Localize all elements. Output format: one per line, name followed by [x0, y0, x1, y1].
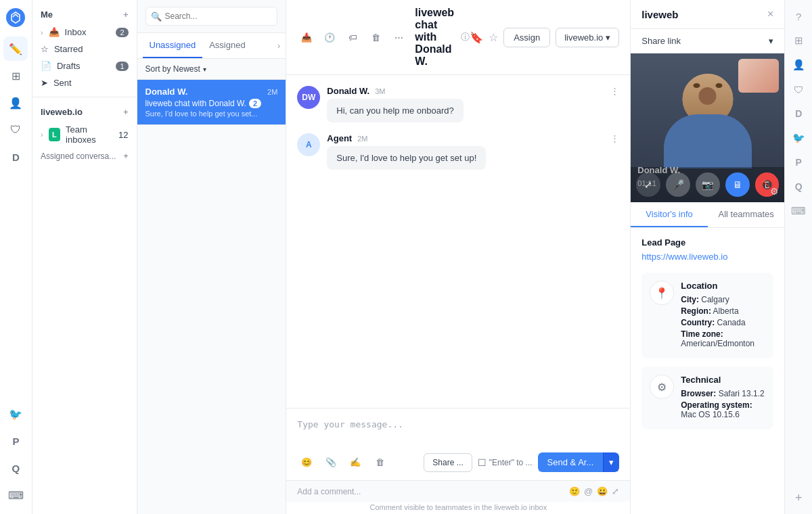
- comment-mention-icon[interactable]: @: [584, 486, 593, 496]
- comment-bar: 🙂 @ 😀 ⤢: [286, 480, 630, 502]
- inbox-selector-label: liveweb.io: [564, 32, 603, 43]
- clock-header-icon[interactable]: 🕐: [320, 28, 339, 47]
- right-rail-bird-icon[interactable]: 🐦: [788, 127, 809, 149]
- right-rail-d-icon[interactable]: D: [788, 103, 809, 124]
- team-inboxes-badge: 12: [118, 130, 128, 140]
- right-rail-shield-icon[interactable]: 🛡: [788, 78, 809, 100]
- chat-info-icon[interactable]: ⓘ: [461, 31, 470, 43]
- right-panel-header: liveweb ×: [631, 0, 784, 29]
- label-header-icon[interactable]: 🏷: [343, 28, 362, 47]
- message-row: DW Donald W. 3M ⋮ Hi, can you help me on…: [297, 86, 619, 122]
- attachment-icon[interactable]: 📎: [321, 453, 340, 472]
- nav-person-icon[interactable]: 👤: [3, 91, 28, 115]
- trash-input-icon[interactable]: 🗑: [370, 453, 389, 472]
- right-rail-plus-icon[interactable]: +: [788, 487, 809, 509]
- trash-header-icon[interactable]: 🗑: [366, 28, 385, 47]
- conv-tabs: Unassigned Assigned ›: [137, 33, 286, 59]
- nav-letter-d-icon[interactable]: D: [3, 145, 28, 169]
- comment-reaction-icon[interactable]: 😀: [597, 486, 608, 496]
- nav-bird-icon[interactable]: 🐦: [3, 402, 28, 426]
- nav-shield-icon[interactable]: 🛡: [3, 118, 28, 142]
- sidebar-item-inbox[interactable]: › 📥 Inbox 2: [32, 24, 137, 41]
- inbox-header-icon[interactable]: 📥: [297, 28, 316, 47]
- video-screen-btn[interactable]: 🖥: [725, 172, 750, 197]
- video-expand-btn[interactable]: ⤢: [636, 172, 660, 197]
- chevron-right-icon: ›: [41, 28, 43, 37]
- assigned-convos-label: Assigned conversa...: [41, 151, 116, 161]
- video-settings-icon[interactable]: ⚙: [770, 186, 779, 197]
- assign-button[interactable]: Assign: [503, 28, 550, 47]
- tab-assigned[interactable]: Assigned: [202, 33, 252, 58]
- send-icon: ➤: [41, 78, 48, 88]
- nav-edit-icon[interactable]: ✏️: [3, 37, 28, 61]
- sidebar-me-section: Me +: [32, 5, 137, 24]
- inbox-selector-button[interactable]: liveweb.io ▾: [556, 28, 619, 47]
- share-link-row[interactable]: Share link ▾: [631, 29, 784, 53]
- more-header-icon[interactable]: ⋯: [389, 28, 408, 47]
- sender-avatar: DW: [297, 86, 320, 109]
- tab-visitor-info[interactable]: Visitor's info: [631, 202, 708, 227]
- right-panel-close-icon[interactable]: ×: [767, 8, 773, 20]
- chat-area: 📥 🕐 🏷 🗑 ⋯ liveweb chat with Donald W. ⓘ …: [286, 0, 630, 514]
- chat-messages: DW Donald W. 3M ⋮ Hi, can you help me on…: [286, 75, 630, 408]
- chat-input-area: 😊 📎 ✍ 🗑 Share ... ☐ "Enter" to ... Send …: [286, 408, 630, 480]
- right-rail-p-icon[interactable]: P: [788, 151, 809, 173]
- comment-emoji-icon[interactable]: 🙂: [569, 486, 580, 496]
- sidebar-item-assigned-convos[interactable]: Assigned conversa... +: [32, 148, 137, 164]
- sort-dropdown[interactable]: Sort by Newest ▾: [137, 59, 286, 80]
- right-icon-rail: ? ⊞ 👤 🛡 D 🐦 P Q ⌨ +: [784, 0, 812, 514]
- tab-all-teammates[interactable]: All teammates: [708, 202, 785, 227]
- comment-input[interactable]: [297, 487, 564, 496]
- starred-label: Starred: [54, 44, 83, 54]
- right-rail-person-icon[interactable]: 👤: [788, 54, 809, 76]
- inbox-badge: 2: [116, 28, 128, 37]
- search-input[interactable]: [145, 7, 278, 26]
- video-mic-btn[interactable]: 🎤: [666, 172, 690, 197]
- sidebar-add-me-icon[interactable]: +: [123, 9, 129, 20]
- sidebar-item-sent[interactable]: ➤ Sent: [32, 74, 137, 91]
- sidebar-add-liveweb-icon[interactable]: +: [123, 107, 129, 117]
- star-header-icon[interactable]: ☆: [489, 31, 498, 44]
- conv-tab-arrow-icon[interactable]: ›: [277, 41, 280, 51]
- region-row: Region: Alberta: [681, 306, 765, 316]
- conv-sender-name: Donald W.: [145, 87, 188, 97]
- right-rail-question-icon[interactable]: ?: [788, 5, 809, 27]
- right-rail-q-icon[interactable]: Q: [788, 176, 809, 197]
- add-assigned-icon[interactable]: +: [123, 151, 128, 161]
- agent-msg-menu-icon[interactable]: ⋮: [610, 133, 619, 143]
- send-button[interactable]: Send & Ar...: [538, 452, 604, 472]
- right-rail-keyboard-icon[interactable]: ⌨: [788, 200, 809, 222]
- share-button[interactable]: Share ...: [424, 453, 472, 472]
- location-section: 📍 Location City: Calgary Region: Alberta…: [641, 273, 773, 358]
- sidebar-item-starred[interactable]: ☆ Starred: [32, 41, 137, 57]
- bookmark-header-icon[interactable]: 🔖: [470, 31, 483, 44]
- checkbox-icon[interactable]: ☐: [478, 457, 487, 468]
- visitor-tabs: Visitor's info All teammates: [631, 202, 784, 228]
- sort-label: Sort by Newest: [145, 64, 200, 74]
- sidebar-divider: [32, 97, 137, 97]
- lead-page-url[interactable]: https://www.liveweb.io: [641, 252, 727, 262]
- location-icon: 📍: [650, 281, 674, 305]
- conversation-list: 🔍 Unassigned Assigned › Sort by Newest ▾…: [137, 0, 287, 514]
- technical-section: ⚙ Technical Browser: Safari 13.1.2 Opera…: [641, 367, 773, 429]
- enter-to-send: ☐ "Enter" to ...: [478, 457, 533, 468]
- sidebar-item-drafts[interactable]: 📄 Drafts 1: [32, 57, 137, 74]
- comment-expand-icon[interactable]: ⤢: [612, 486, 619, 496]
- app-logo[interactable]: [5, 7, 26, 28]
- nav-keyboard-icon[interactable]: ⌨: [3, 483, 28, 507]
- signature-icon[interactable]: ✍: [346, 453, 365, 472]
- conversation-item[interactable]: Donald W. 2M liveweb chat with Donald W.…: [137, 80, 286, 125]
- right-rail-grid-icon[interactable]: ⊞: [788, 30, 809, 51]
- emoji-icon[interactable]: 😊: [297, 453, 316, 472]
- sidebar: Me + › 📥 Inbox 2 ☆ Starred 📄 Drafts 1 ➤ …: [32, 0, 137, 514]
- chat-message-input[interactable]: [297, 417, 619, 445]
- tab-unassigned[interactable]: Unassigned: [143, 33, 203, 58]
- video-camera-btn[interactable]: 📷: [696, 172, 720, 197]
- nav-grid-icon[interactable]: ⊞: [3, 64, 28, 88]
- send-dropdown-arrow[interactable]: ▾: [603, 452, 619, 472]
- nav-letter-p-icon[interactable]: P: [3, 429, 28, 453]
- sidebar-item-team-inboxes[interactable]: › L Team inboxes 12: [32, 121, 137, 148]
- msg-menu-icon[interactable]: ⋮: [610, 86, 619, 96]
- message-row: A Agent 2M ⋮ Sure, I'd love to help you …: [297, 133, 619, 170]
- nav-letter-q-icon[interactable]: Q: [3, 456, 28, 480]
